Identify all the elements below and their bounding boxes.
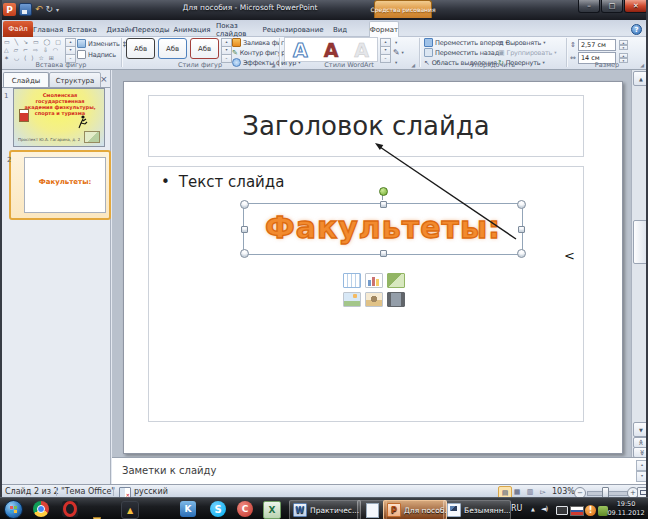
vertical-scrollbar[interactable]: ▲ ▼ ≪ ≪: [631, 70, 647, 457]
tab-format[interactable]: Формат: [369, 21, 399, 38]
text-box-button[interactable]: Надпись: [77, 50, 116, 59]
slide-sorter-view-button[interactable]: ▦: [511, 486, 523, 497]
shapes-gallery-scroll[interactable]: ▴ ▾ ⌄: [65, 38, 74, 63]
close-panel-icon[interactable]: ×: [100, 74, 108, 84]
slide-2-thumbnail-selected[interactable]: 2 Факультеты:: [9, 150, 111, 220]
shape-height-spinner[interactable]: ▴ ▾: [619, 40, 628, 50]
notes-placeholder-text[interactable]: Заметки к слайду: [122, 465, 216, 476]
kmplayer-icon[interactable]: K: [180, 501, 196, 517]
insert-clipart-icon[interactable]: [365, 292, 383, 307]
spin-down-icon[interactable]: ▾: [619, 45, 628, 50]
tab-home[interactable]: Главная: [33, 22, 63, 37]
tab-file[interactable]: Файл: [3, 21, 33, 37]
skype-icon[interactable]: S: [210, 501, 226, 517]
dialog-launcher-icon[interactable]: ◢: [411, 62, 415, 68]
maximize-button[interactable]: □: [601, 0, 623, 13]
ribbon: ▭ ╲ ↘ ▭ ◯ ▢ △ ▱ ⌐ ⇨ ⇩ ◠ ✶ ◡ ⟨ ⟩ ☆ ⊞ ▴ ▾ …: [0, 37, 648, 70]
shape-style-sample[interactable]: Абв: [190, 38, 219, 59]
scroll-down-icon[interactable]: ▾: [221, 47, 232, 55]
slideshow-view-button[interactable]: ▻: [537, 486, 549, 497]
chrome-icon[interactable]: [33, 501, 49, 517]
resize-handle-bottom[interactable]: [380, 250, 387, 257]
tab-transitions[interactable]: Переходы: [135, 22, 167, 37]
shapes-gallery[interactable]: ▭ ╲ ↘ ▭ ◯ ▢ △ ▱ ⌐ ⇨ ⇩ ◠ ✶ ◡ ⟨ ⟩ ☆ ⊞: [4, 38, 62, 62]
tab-design[interactable]: Дизайн: [107, 22, 133, 37]
tab-insert[interactable]: Вставка: [68, 22, 96, 37]
close-button[interactable]: ✕: [624, 0, 648, 13]
normal-view-icon: ▤: [502, 489, 509, 497]
language-indicator[interactable]: русский: [134, 487, 168, 496]
show-hidden-icons-icon[interactable]: ▲: [531, 506, 535, 512]
resize-handle-bottom-right[interactable]: [517, 249, 526, 258]
annotation-arrow[interactable]: [371, 139, 521, 247]
resize-handle-top-left[interactable]: [240, 200, 249, 209]
tab-view[interactable]: Вид: [330, 22, 350, 37]
insert-picture-icon[interactable]: [343, 292, 361, 307]
body-text[interactable]: Текст слайда: [179, 173, 285, 191]
resize-handle-bottom-left[interactable]: [240, 249, 249, 258]
clock[interactable]: 19:50 09.11.2012: [606, 500, 646, 518]
powerpoint-logo-icon[interactable]: P: [3, 3, 16, 16]
ccleaner-icon[interactable]: C: [237, 501, 253, 517]
shape-styles-scroll[interactable]: ▴ ▾ ⌄: [221, 38, 230, 63]
tab-slides-thumbnails[interactable]: Слайды: [3, 72, 49, 88]
text-fill-button[interactable]: ▾: [393, 38, 397, 47]
slide-2-thumbnail[interactable]: Факультеты:: [24, 157, 106, 213]
scroll-up-icon[interactable]: ▴: [221, 38, 232, 47]
dialog-launcher-icon[interactable]: ◢: [640, 62, 644, 68]
wordart-sample-outline[interactable]: А: [293, 39, 308, 61]
shape-style-sample[interactable]: Абв: [158, 38, 187, 59]
slide-editor-canvas: Заголовок слайда • Текст слайда Ф: [112, 70, 631, 457]
start-button[interactable]: [4, 500, 23, 519]
wordart-gallery-scroll[interactable]: ▴ ▾ ⌄: [380, 38, 389, 63]
reading-view-button[interactable]: ▥: [524, 486, 536, 497]
russian-flag-icon[interactable]: [570, 506, 584, 516]
network-icon[interactable]: [556, 506, 568, 515]
redo-icon[interactable]: ↻: [46, 4, 54, 15]
insert-media-icon[interactable]: [387, 292, 405, 307]
tab-animations[interactable]: Анимация: [175, 22, 209, 37]
alert-tray-icon[interactable]: !: [585, 505, 596, 516]
insert-chart-icon[interactable]: [365, 273, 383, 288]
language-bar[interactable]: RU: [511, 504, 522, 513]
yellow-triangle-app-icon[interactable]: ▲: [121, 501, 139, 519]
resize-handle-left[interactable]: [241, 226, 248, 233]
volume-icon[interactable]: ◄): [541, 505, 547, 513]
align-button[interactable]: ≡ Выровнять ▾: [498, 38, 545, 47]
group-button[interactable]: ▣ Группировать ▾: [498, 48, 556, 57]
wordart-sample-red[interactable]: А: [324, 39, 339, 61]
word-window-button[interactable]: W Практичес...: [289, 500, 361, 519]
windows-logo-icon: [10, 506, 17, 513]
notes-pane[interactable]: Заметки к слайду ▴ ▾: [112, 457, 648, 484]
excel-icon[interactable]: X: [263, 501, 281, 519]
shapes-row-icons[interactable]: ▭ ╲ ↘ ▭ ◯ ▢: [4, 38, 62, 46]
stray-character[interactable]: <: [564, 248, 575, 263]
shape-height-input[interactable]: 2,57 см: [578, 39, 616, 51]
send-backward-button[interactable]: Переместить назад ▾: [424, 48, 503, 57]
qat-customize-icon[interactable]: ▾: [56, 6, 59, 13]
insert-smartart-icon[interactable]: [387, 273, 405, 288]
text-outline-button[interactable]: ✎ ▾: [393, 48, 404, 57]
slide[interactable]: Заголовок слайда • Текст слайда Ф: [123, 81, 623, 454]
wordart-sample-gray[interactable]: А: [354, 39, 369, 61]
tab-review[interactable]: Рецензирование: [268, 22, 318, 37]
scroll-up-icon[interactable]: ▴: [65, 38, 76, 47]
insert-table-icon[interactable]: [343, 273, 361, 288]
bring-forward-button[interactable]: Переместить вперед ▾: [424, 38, 507, 47]
help-icon[interactable]: ?: [631, 24, 642, 35]
opera-icon[interactable]: [62, 501, 78, 517]
slide-1-thumbnail[interactable]: Смоленская государственная академия физк…: [13, 88, 105, 147]
slide-title-text[interactable]: Заголовок слайда: [242, 111, 490, 141]
shapes-row-icons[interactable]: △ ▱ ⌐ ⇨ ⇩ ◠: [4, 46, 62, 54]
paint-window-button[interactable]: Безымянн...: [443, 500, 511, 519]
powerpoint-window-button[interactable]: P Для пособ...: [383, 500, 447, 519]
save-icon[interactable]: [19, 3, 32, 16]
scroll-up-icon[interactable]: ▴: [380, 38, 391, 47]
tab-slideshow[interactable]: Показ слайдов: [216, 22, 260, 37]
shape-style-sample[interactable]: Абв: [126, 38, 155, 59]
undo-icon[interactable]: ↶: [35, 4, 43, 15]
scroll-down-icon[interactable]: ▾: [65, 47, 76, 55]
dialog-launcher-icon[interactable]: ◢: [271, 62, 275, 68]
minimize-button[interactable]: –: [578, 0, 600, 13]
scroll-down-icon[interactable]: ▾: [380, 47, 391, 55]
